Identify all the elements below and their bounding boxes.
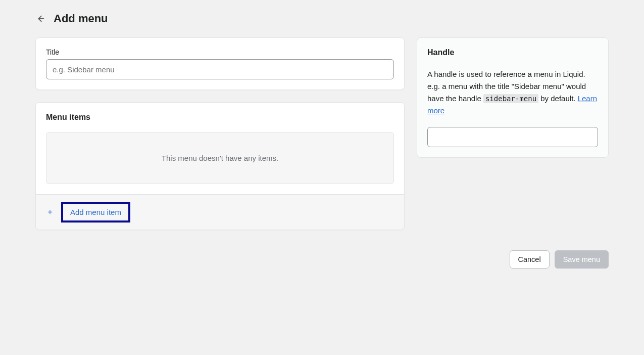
add-menu-item-button[interactable]: Add menu item — [61, 202, 130, 223]
page-title: Add menu — [54, 12, 108, 25]
plus-icon: ＋ — [46, 207, 54, 217]
handle-input[interactable] — [427, 127, 598, 147]
handle-description: A handle is used to reference a menu in … — [427, 68, 598, 117]
title-label: Title — [46, 48, 394, 56]
handle-code-example: sidebar-menu — [483, 94, 538, 103]
title-input[interactable] — [46, 59, 394, 79]
save-menu-button[interactable]: Save menu — [555, 250, 609, 269]
menu-items-heading: Menu items — [46, 113, 394, 122]
empty-state-text: This menu doesn't have any items. — [46, 132, 394, 184]
handle-desc-post: by default. — [538, 94, 578, 103]
cancel-button[interactable]: Cancel — [510, 250, 550, 269]
handle-heading: Handle — [427, 48, 598, 57]
back-arrow-icon[interactable] — [35, 14, 45, 24]
